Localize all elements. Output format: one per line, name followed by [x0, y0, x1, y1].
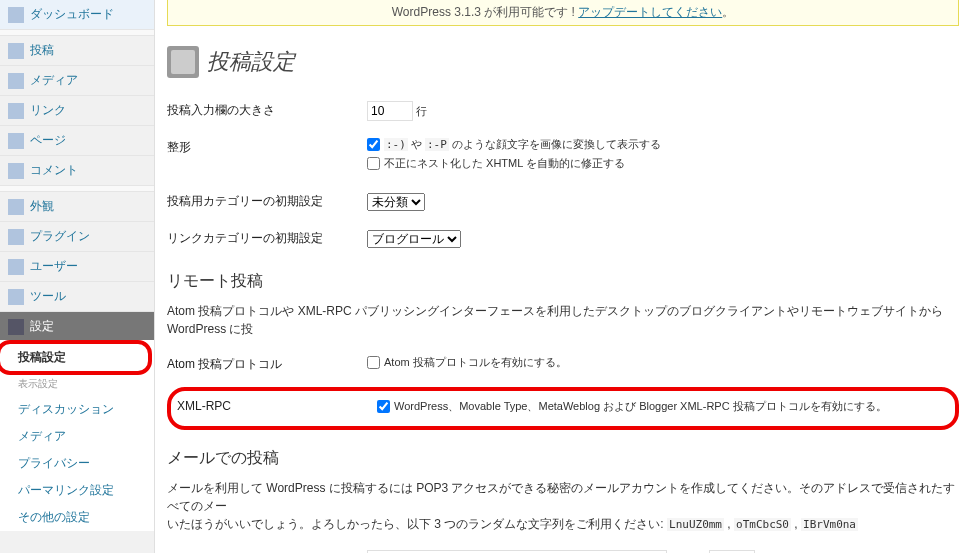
- menu-label: 投稿: [30, 42, 54, 59]
- media-icon: [8, 73, 24, 89]
- menu-users[interactable]: ユーザー: [0, 252, 154, 282]
- remote-desc: Atom 投稿プロトコルや XML-RPC パブリッシングインターフェースを利用…: [167, 296, 959, 346]
- highlight-ring-xmlrpc: XML-RPC WordPress、Movable Type、MetaWeblo…: [167, 387, 959, 430]
- random-string-2: oTmCbcS0: [734, 518, 791, 531]
- emoticon-code-1: :-): [384, 138, 408, 151]
- label-mail-server: メールサーバー: [167, 542, 367, 554]
- checkbox-xmlrpc-label[interactable]: WordPress、Movable Type、MetaWeblog および Bl…: [377, 399, 949, 414]
- update-nag-suffix: 。: [722, 5, 734, 19]
- update-nag: WordPress 3.1.3 が利用可能です ! アップデートしてください。: [167, 0, 959, 26]
- select-default-category[interactable]: 未分類: [367, 193, 425, 211]
- menu-posts[interactable]: 投稿: [0, 36, 154, 66]
- appearance-icon: [8, 199, 24, 215]
- page-icon: [8, 133, 24, 149]
- submenu-media[interactable]: メディア: [0, 423, 154, 450]
- label-atom: Atom 投稿プロトコル: [167, 346, 367, 383]
- emoticons-desc: :-) や :-P のような顔文字を画像に変換して表示する: [384, 137, 661, 152]
- submenu-writing[interactable]: 投稿設定: [0, 344, 148, 371]
- menu-appearance[interactable]: 外観: [0, 192, 154, 222]
- menu-label: 外観: [30, 198, 54, 215]
- admin-sidebar: ダッシュボード 投稿 メディア リンク ページ コメント 外観: [0, 0, 155, 553]
- select-default-link-category[interactable]: ブログロール: [367, 230, 461, 248]
- random-string-3: IBrVm0na: [801, 518, 858, 531]
- link-icon: [8, 103, 24, 119]
- unit-rows: 行: [416, 105, 427, 117]
- menu-label: リンク: [30, 102, 66, 119]
- checkbox-atom[interactable]: [367, 356, 380, 369]
- menu-pages[interactable]: ページ: [0, 126, 154, 156]
- menu-tools[interactable]: ツール: [0, 282, 154, 312]
- page-title: 投稿設定: [167, 38, 959, 92]
- menu-label: メディア: [30, 72, 78, 89]
- highlight-ring: 投稿設定: [0, 340, 152, 375]
- label-default-link-category: リンクカテゴリーの初期設定: [167, 220, 367, 257]
- submenu-hidden-row: 表示設定: [0, 377, 154, 396]
- menu-label: コメント: [30, 162, 78, 179]
- menu-links[interactable]: リンク: [0, 96, 154, 126]
- menu-media[interactable]: メディア: [0, 66, 154, 96]
- menu-label: ページ: [30, 132, 66, 149]
- tools-icon: [8, 289, 24, 305]
- emoticon-code-2: :-P: [425, 138, 449, 151]
- comment-icon: [8, 163, 24, 179]
- menu-label: ユーザー: [30, 258, 78, 275]
- random-string-1: LnuUZ0mm: [667, 518, 724, 531]
- menu-dashboard[interactable]: ダッシュボード: [0, 0, 154, 30]
- menu-comments[interactable]: コメント: [0, 156, 154, 186]
- menu-label: ダッシュボード: [30, 6, 114, 23]
- settings-page-icon: [167, 46, 199, 78]
- main-content: WordPress 3.1.3 が利用可能です ! アップデートしてください。 …: [155, 0, 959, 553]
- checkbox-emoticons-label[interactable]: :-) や :-P のような顔文字を画像に変換して表示する: [367, 137, 959, 152]
- checkbox-xhtml-label[interactable]: 不正にネスト化した XHTML を自動的に修正する: [367, 156, 959, 171]
- plugin-icon: [8, 229, 24, 245]
- pin-icon: [8, 43, 24, 59]
- settings-submenu: 投稿設定 表示設定 ディスカッション メディア プライバシー パーマリンク設定 …: [0, 340, 154, 531]
- mail-desc: メールを利用して WordPress に投稿するには POP3 アクセスができる…: [167, 473, 959, 542]
- dashboard-icon: [8, 7, 24, 23]
- label-default-category: 投稿用カテゴリーの初期設定: [167, 183, 367, 220]
- xmlrpc-desc: WordPress、Movable Type、MetaWeblog および Bl…: [394, 399, 887, 414]
- menu-label: 設定: [30, 318, 54, 335]
- page-title-text: 投稿設定: [207, 47, 295, 77]
- update-nag-text: WordPress 3.1.3 が利用可能です !: [392, 5, 579, 19]
- heading-remote: リモート投稿: [167, 257, 959, 296]
- submenu-discussion[interactable]: ディスカッション: [0, 396, 154, 423]
- submenu-privacy[interactable]: プライバシー: [0, 450, 154, 477]
- update-link[interactable]: アップデートしてください: [578, 5, 722, 19]
- checkbox-atom-label[interactable]: Atom 投稿プロトコルを有効にする。: [367, 355, 959, 370]
- menu-label: ツール: [30, 288, 66, 305]
- menu-label: プラグイン: [30, 228, 90, 245]
- label-textarea-size: 投稿入力欄の大きさ: [167, 92, 367, 129]
- menu-settings[interactable]: 設定: [0, 312, 154, 342]
- submenu-other[interactable]: その他の設定: [0, 504, 154, 531]
- label-formatting: 整形: [167, 129, 367, 183]
- settings-icon: [8, 319, 24, 335]
- xhtml-desc: 不正にネスト化した XHTML を自動的に修正する: [384, 156, 625, 171]
- input-textarea-rows[interactable]: [367, 101, 413, 121]
- checkbox-xhtml[interactable]: [367, 157, 380, 170]
- submenu-permalink[interactable]: パーマリンク設定: [0, 477, 154, 504]
- users-icon: [8, 259, 24, 275]
- atom-desc: Atom 投稿プロトコルを有効にする。: [384, 355, 567, 370]
- checkbox-emoticons[interactable]: [367, 138, 380, 151]
- label-xmlrpc: XML-RPC: [177, 395, 377, 422]
- menu-plugins[interactable]: プラグイン: [0, 222, 154, 252]
- heading-mail: メールでの投稿: [167, 434, 959, 473]
- checkbox-xmlrpc[interactable]: [377, 400, 390, 413]
